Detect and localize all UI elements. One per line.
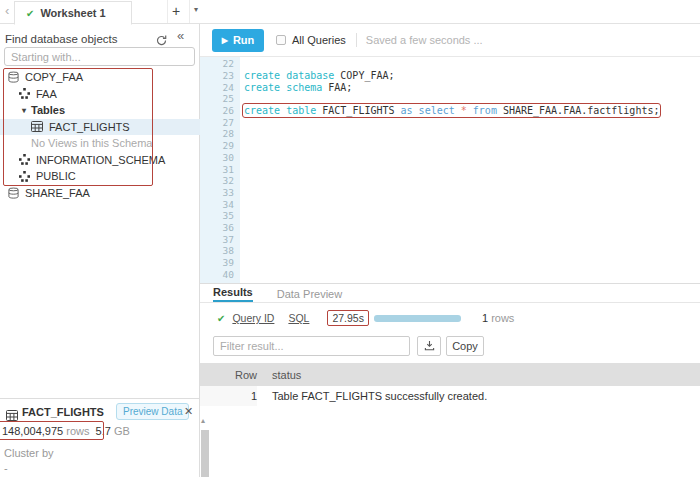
code-line-31: 31 — [200, 163, 700, 175]
schema-icon — [19, 171, 30, 182]
database-icon — [8, 71, 19, 83]
find-objects-input[interactable] — [4, 47, 195, 66]
code-line-34: 34 — [200, 198, 700, 210]
tree-item-copy-faa[interactable]: COPY_FAA — [0, 69, 200, 86]
sql-code: create database COPY_FAA; — [244, 70, 395, 81]
result-table-header: Row status — [200, 363, 700, 386]
result-table-body: 1Table FACT_FLIGHTS successfully created… — [200, 386, 700, 406]
line-number: 23 — [200, 70, 234, 81]
back-chevron-icon[interactable]: ‹ — [5, 3, 9, 18]
copy-results-button[interactable]: Copy — [446, 336, 484, 356]
annotated-sql-statement: create table FACT_FLIGHTS as select * fr… — [244, 105, 659, 116]
preview-data-button[interactable]: Preview Data — [116, 403, 189, 420]
column-header-row: Row — [200, 369, 257, 381]
duration-progress-bar — [374, 315, 461, 322]
tab-worksheet-1[interactable]: ✔ Worksheet 1 — [14, 1, 132, 25]
worksheet-tab-bar: ‹ ✔ Worksheet 1 + ▾ — [0, 0, 700, 24]
tree-item-share-faa[interactable]: SHARE_FAA — [0, 185, 200, 202]
tab-menu-chevron-icon[interactable]: ▾ — [194, 5, 198, 14]
detail-row-count: 148,004,975 rows 5.7 GB — [2, 425, 130, 437]
tab-data-preview[interactable]: Data Preview — [277, 288, 342, 302]
schema-icon — [19, 88, 30, 99]
collapse-sidebar-icon[interactable]: « — [177, 28, 184, 43]
tree-item-public[interactable]: PUBLIC — [0, 168, 200, 185]
all-queries-label[interactable]: All Queries — [292, 34, 346, 46]
code-line-27: 27 — [200, 116, 700, 128]
detail-table-name: FACT_FLIGHTS — [22, 406, 104, 418]
tree-item-label: FAA — [36, 88, 57, 100]
result-row-status: Table FACT_FLIGHTS successfully created. — [272, 390, 487, 402]
tree-item-label: INFORMATION_SCHEMA — [36, 154, 165, 166]
code-line-40: 40 — [200, 268, 700, 280]
result-row-number: 1 — [200, 386, 257, 406]
code-line-37: 37 — [200, 233, 700, 245]
database-icon — [8, 187, 19, 199]
result-table-row[interactable]: 1Table FACT_FLIGHTS successfully created… — [200, 386, 700, 406]
code-line-33: 33 — [200, 187, 700, 199]
scrollbar-thumb[interactable] — [201, 430, 209, 477]
close-detail-icon[interactable]: ✕ — [184, 405, 193, 418]
query-status-row: ✔ Query ID SQL 27.95s 1 rows — [200, 309, 700, 327]
table-icon — [6, 407, 18, 425]
code-line-30: 30 — [200, 152, 700, 164]
line-number: 40 — [200, 269, 234, 280]
sql-code: create schema FAA; — [244, 82, 352, 93]
line-number: 36 — [200, 222, 234, 233]
query-toolbar: ▶ Run All Queries Saved a few seconds ..… — [200, 24, 700, 57]
tree-item-label: FACT_FLIGHTS — [49, 121, 130, 133]
result-row-count: 1 rows — [482, 312, 514, 324]
new-worksheet-button[interactable]: + — [172, 3, 180, 19]
tree-item-tables[interactable]: ▾Tables — [0, 102, 200, 119]
code-line-24: 24create schema FAA; — [200, 81, 700, 93]
line-number: 30 — [200, 152, 234, 163]
tab-divider — [167, 0, 168, 23]
line-number: 22 — [200, 58, 234, 69]
line-number: 35 — [200, 210, 234, 221]
cluster-by-value: - — [4, 462, 8, 474]
result-filter-row: Copy — [200, 336, 700, 356]
editor-lines: 2223create database COPY_FAA;24create sc… — [200, 58, 700, 280]
code-line-29: 29 — [200, 140, 700, 152]
tree-item-fact-flights[interactable]: FACT_FLIGHTS — [0, 119, 200, 136]
query-duration-badge: 27.95s — [327, 310, 369, 326]
column-header-status: status — [272, 369, 301, 381]
filter-result-input[interactable] — [213, 336, 410, 356]
code-line-22: 22 — [200, 58, 700, 70]
caret-down-icon[interactable]: ▾ — [22, 106, 26, 115]
code-line-39: 39 — [200, 257, 700, 269]
line-number: 39 — [200, 257, 234, 268]
line-number: 32 — [200, 175, 234, 186]
line-number: 33 — [200, 187, 234, 198]
tree-item-label: SHARE_FAA — [25, 187, 90, 199]
code-line-26: 26create table FACT_FLIGHTS as select * … — [200, 105, 700, 117]
code-line-28: 28 — [200, 128, 700, 140]
tree-item-information-schema[interactable]: INFORMATION_SCHEMA — [0, 152, 200, 169]
line-number: 28 — [200, 128, 234, 139]
tree-item-no-views-in-this-schema: No Views in this Schema — [0, 135, 200, 152]
line-number: 25 — [200, 93, 234, 104]
scroll-up-icon[interactable]: ▴ — [201, 416, 205, 425]
tree-item-label: No Views in this Schema — [31, 137, 152, 149]
query-id-link[interactable]: Query ID — [232, 312, 274, 324]
run-button[interactable]: ▶ Run — [212, 29, 264, 52]
code-line-35: 35 — [200, 210, 700, 222]
tree-item-label: COPY_FAA — [25, 71, 83, 83]
tree-item-faa[interactable]: FAA — [0, 86, 200, 103]
line-number: 27 — [200, 117, 234, 128]
sql-link[interactable]: SQL — [288, 312, 309, 324]
all-queries-checkbox[interactable] — [276, 35, 286, 45]
saved-status-text: Saved a few seconds ... — [366, 34, 483, 46]
download-icon — [424, 339, 435, 354]
cluster-by-label: Cluster by — [4, 447, 54, 459]
download-results-button[interactable] — [417, 336, 441, 356]
results-pane: Results Data Preview ✔ Query ID SQL 27.9… — [200, 284, 700, 477]
toolbar-divider — [356, 33, 357, 47]
code-line-32: 32 — [200, 175, 700, 187]
line-number: 26 — [200, 105, 234, 116]
sql-editor[interactable]: 2223create database COPY_FAA;24create sc… — [200, 57, 700, 284]
line-number: 37 — [200, 234, 234, 245]
tree-item-label: PUBLIC — [36, 170, 76, 182]
tab-results[interactable]: Results — [213, 286, 253, 302]
check-icon: ✔ — [26, 8, 34, 19]
code-line-25: 25 — [200, 93, 700, 105]
